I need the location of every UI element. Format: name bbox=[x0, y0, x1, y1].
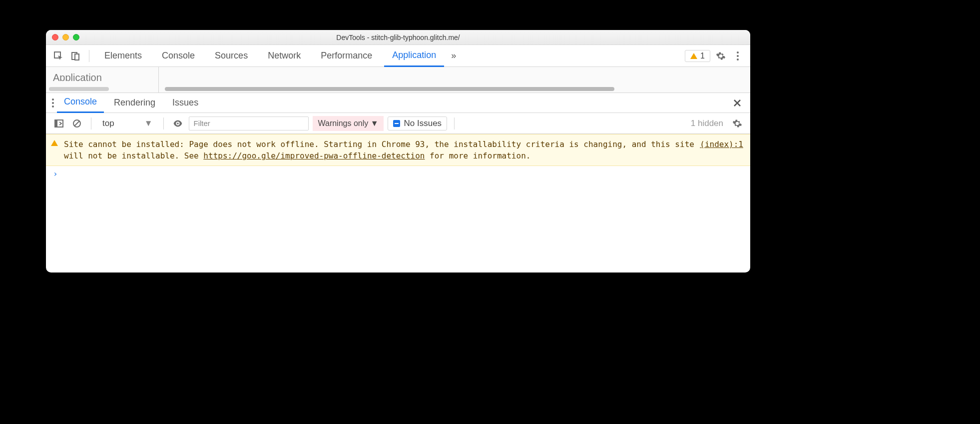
message-source-link[interactable]: (index):1 bbox=[700, 138, 743, 150]
console-sidebar-toggle-icon[interactable] bbox=[52, 116, 66, 130]
application-main-pane[interactable] bbox=[159, 67, 750, 92]
minimize-window-button[interactable] bbox=[62, 34, 69, 40]
issues-badge[interactable]: 1 bbox=[685, 50, 710, 62]
drawer-tab-console[interactable]: Console bbox=[57, 93, 104, 113]
svg-rect-2 bbox=[75, 54, 79, 60]
settings-button[interactable] bbox=[714, 50, 727, 62]
tab-divider bbox=[89, 50, 89, 62]
window-traffic-lights bbox=[46, 34, 79, 40]
application-sidebar[interactable]: Application bbox=[46, 67, 159, 92]
tab-application[interactable]: Application bbox=[384, 46, 444, 67]
devtools-window: DevTools - stitch-glib-typhoon.glitch.me… bbox=[46, 30, 750, 272]
chevron-down-icon: ▼ bbox=[144, 118, 153, 128]
tab-network[interactable]: Network bbox=[260, 46, 309, 65]
main-pane-scrollbar[interactable] bbox=[165, 87, 614, 91]
zoom-window-button[interactable] bbox=[73, 34, 79, 40]
devtools-main-tabs: Elements Console Sources Network Perform… bbox=[46, 45, 750, 67]
no-issues-label: No Issues bbox=[404, 118, 442, 128]
toolbar-divider bbox=[91, 118, 91, 130]
drawer-kebab-menu[interactable] bbox=[52, 98, 54, 108]
console-filter-input[interactable] bbox=[189, 116, 309, 130]
log-level-selector[interactable]: Warnings only ▼ bbox=[313, 116, 383, 131]
tab-performance[interactable]: Performance bbox=[313, 46, 380, 65]
hidden-count[interactable]: 1 hidden bbox=[691, 118, 723, 128]
inspect-element-icon[interactable] bbox=[52, 50, 65, 62]
console-toolbar: top ▼ Warnings only ▼ No Issues 1 hidden bbox=[46, 113, 750, 134]
drawer-tab-issues[interactable]: Issues bbox=[165, 94, 205, 112]
prompt-chevron-icon: › bbox=[53, 169, 58, 178]
tab-console[interactable]: Console bbox=[154, 46, 203, 65]
issues-count: 1 bbox=[700, 52, 705, 60]
tab-elements[interactable]: Elements bbox=[96, 46, 150, 65]
execution-context-selector[interactable]: top ▼ bbox=[98, 116, 156, 130]
toolbar-divider bbox=[163, 118, 164, 130]
context-label: top bbox=[102, 118, 114, 128]
drawer-tab-rendering[interactable]: Rendering bbox=[107, 94, 162, 112]
sidebar-heading: Application bbox=[53, 72, 151, 81]
log-level-label: Warnings only ▼ bbox=[318, 119, 378, 128]
console-warning-message[interactable]: (index):1 Site cannot be installed: Page… bbox=[46, 134, 750, 166]
drawer-tabs: Console Rendering Issues bbox=[46, 93, 750, 113]
kebab-menu-button[interactable] bbox=[731, 50, 744, 62]
device-toolbar-icon[interactable] bbox=[69, 50, 82, 62]
clear-console-icon[interactable] bbox=[70, 116, 84, 130]
warning-icon bbox=[690, 53, 697, 59]
drawer-close-button[interactable] bbox=[730, 96, 744, 110]
window-titlebar: DevTools - stitch-glib-typhoon.glitch.me… bbox=[46, 30, 750, 45]
sidebar-scrollbar[interactable] bbox=[49, 87, 109, 91]
application-panel-body: Application bbox=[46, 67, 750, 93]
svg-line-6 bbox=[74, 121, 79, 126]
svg-rect-4 bbox=[55, 120, 57, 127]
tab-sources[interactable]: Sources bbox=[207, 46, 256, 65]
tab-more[interactable]: » bbox=[448, 46, 459, 65]
no-issues-button[interactable]: No Issues bbox=[388, 116, 448, 130]
warning-link[interactable]: https://goo.gle/improved-pwa-offline-det… bbox=[203, 151, 425, 160]
toolbar-divider bbox=[454, 118, 455, 130]
console-settings-icon[interactable] bbox=[730, 116, 744, 130]
console-prompt[interactable]: › bbox=[46, 166, 750, 182]
live-expression-icon[interactable] bbox=[171, 116, 185, 130]
close-window-button[interactable] bbox=[52, 34, 58, 40]
window-title: DevTools - stitch-glib-typhoon.glitch.me… bbox=[46, 34, 750, 42]
issues-icon bbox=[393, 120, 400, 127]
warning-text-post: for more information. bbox=[425, 151, 530, 160]
warning-icon bbox=[51, 140, 58, 146]
